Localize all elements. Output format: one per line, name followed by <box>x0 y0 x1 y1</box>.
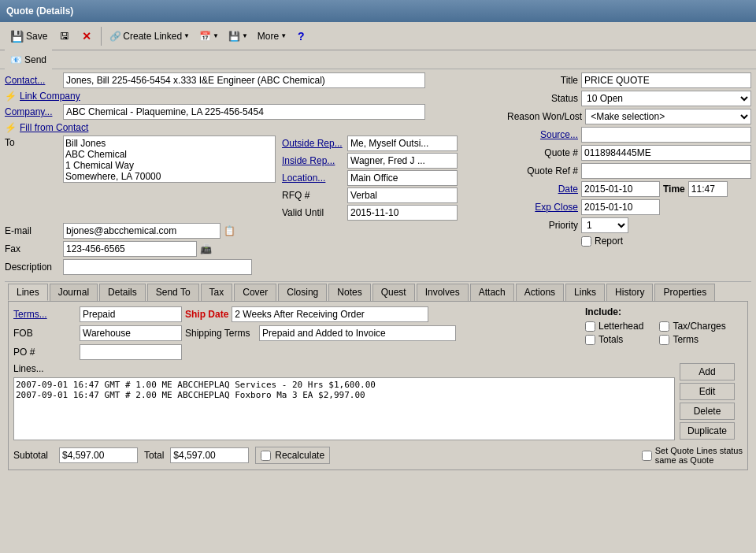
send-button[interactable]: 📧 Send <box>5 49 52 71</box>
total-input[interactable] <box>170 447 249 463</box>
tab-cover[interactable]: Cover <box>234 284 276 301</box>
edit-button[interactable]: Edit <box>680 383 735 400</box>
tab-actions[interactable]: Actions <box>516 284 564 301</box>
valid-until-row: Valid Until <box>282 205 458 221</box>
location-label[interactable]: Location... <box>282 173 345 184</box>
company-label[interactable]: Company... <box>5 106 60 117</box>
delete-button-lines[interactable]: Delete <box>680 403 735 420</box>
fill-contact-label[interactable]: Fill from Contact <box>20 122 88 133</box>
contact-input[interactable] <box>63 72 425 88</box>
window-title: Quote (Details) <box>6 6 73 17</box>
create-linked-button[interactable]: 🔗 Create Linked ▼ <box>106 25 194 47</box>
contact-label[interactable]: Contact... <box>5 75 60 86</box>
priority-select[interactable]: 1 <box>581 217 628 233</box>
tab-tax[interactable]: Tax <box>201 284 233 301</box>
date-input[interactable] <box>581 181 660 197</box>
description-input[interactable] <box>63 259 252 275</box>
title-input[interactable] <box>581 72 751 88</box>
email-input[interactable] <box>63 223 220 239</box>
fill-contact-row: ⚡ Fill from Contact <box>5 122 501 133</box>
fill-icon: ⚡ <box>5 122 17 133</box>
create-linked-arrow: ▼ <box>183 32 190 39</box>
lines-area-label: Lines... <box>13 363 76 374</box>
valid-until-input[interactable] <box>347 205 458 221</box>
tab-send-to[interactable]: Send To <box>147 284 199 301</box>
calendar-icon: 📅 <box>199 31 211 42</box>
exp-close-input[interactable] <box>581 199 660 215</box>
reason-select[interactable]: <Make selection> <box>585 109 751 124</box>
set-status-checkbox[interactable] <box>642 451 652 461</box>
create-linked-label: Create Linked <box>123 31 182 42</box>
company-row: Company... <box>5 104 501 120</box>
outside-rep-label[interactable]: Outside Rep... <box>282 138 345 149</box>
po-input[interactable] <box>80 344 182 360</box>
quote-ref-input[interactable] <box>581 163 751 179</box>
time-input[interactable] <box>688 181 728 197</box>
to-section: To Bill Jones ABC Chemical 1 Chemical Wa… <box>5 135 501 221</box>
rfq-input[interactable] <box>347 187 458 203</box>
inside-rep-input[interactable] <box>347 153 458 169</box>
calendar-button[interactable]: 📅 ▼ <box>195 25 223 47</box>
tab-notes[interactable]: Notes <box>328 284 370 301</box>
terms-include-checkbox[interactable] <box>659 335 669 345</box>
source-input[interactable] <box>581 127 751 143</box>
tax-charges-checkbox[interactable] <box>659 321 669 332</box>
tab-properties[interactable]: Properties <box>654 284 715 301</box>
rfq-row: RFQ # <box>282 187 458 203</box>
link-company-label[interactable]: Link Company <box>20 91 80 102</box>
shipping-terms-input[interactable] <box>259 325 456 341</box>
tab-links[interactable]: Links <box>565 284 605 301</box>
tab-attach[interactable]: Attach <box>470 284 514 301</box>
terms-label[interactable]: Terms... <box>13 309 76 320</box>
tax-charges-label: Tax/Charges <box>673 321 725 332</box>
fob-row: FOB Shipping Terms <box>13 325 579 341</box>
inside-rep-label[interactable]: Inside Rep... <box>282 155 345 166</box>
subtotal-input[interactable] <box>59 447 138 463</box>
quote-num-input[interactable] <box>581 145 751 161</box>
more-button[interactable]: More ▼ <box>254 25 291 47</box>
lines-textarea[interactable]: 2007-09-01 16:47 GMT # 1.00 ME ABCCHEPLA… <box>13 377 675 440</box>
add-button[interactable]: Add <box>680 363 735 380</box>
tab-details[interactable]: Details <box>99 284 146 301</box>
tab-history[interactable]: History <box>606 284 653 301</box>
location-input[interactable] <box>347 170 458 186</box>
source-label[interactable]: Source... <box>507 129 578 140</box>
totals-checkbox[interactable] <box>585 335 595 345</box>
tabs-row: Lines Journal Details Send To Tax Cover … <box>5 282 751 301</box>
fax-input[interactable] <box>63 241 197 257</box>
save-go-icon: 💾 <box>228 31 240 42</box>
source-row: Source... <box>507 127 751 143</box>
save-go-button[interactable]: 💾 ▼ <box>224 25 252 47</box>
duplicate-button[interactable]: Duplicate <box>680 422 735 440</box>
terms-check-row: Terms <box>659 334 725 345</box>
ship-date-input[interactable] <box>232 306 428 322</box>
save-button[interactable]: 💾 Save <box>5 25 53 47</box>
terms-input[interactable] <box>80 306 182 322</box>
report-checkbox[interactable] <box>581 236 591 247</box>
tab-involves[interactable]: Involves <box>417 284 469 301</box>
exp-close-label[interactable]: Exp Close <box>507 202 578 213</box>
tab-closing[interactable]: Closing <box>278 284 327 301</box>
fob-label: FOB <box>13 328 76 339</box>
recalc-checkbox[interactable] <box>261 451 271 461</box>
to-textarea[interactable]: Bill Jones ABC Chemical 1 Chemical Way S… <box>63 135 276 183</box>
status-select[interactable]: 10 Open <box>581 91 751 106</box>
date-label[interactable]: Date <box>507 184 578 195</box>
tab-journal[interactable]: Journal <box>50 284 98 301</box>
company-input[interactable] <box>63 104 425 120</box>
exp-close-row: Exp Close <box>507 199 751 215</box>
tab-lines[interactable]: Lines <box>8 284 48 301</box>
delete-button[interactable]: ✕ <box>76 25 97 47</box>
fax-label: Fax <box>5 243 60 254</box>
help-button[interactable]: ? <box>292 25 310 47</box>
rep-section: Outside Rep... Inside Rep... Location...… <box>282 135 458 221</box>
fob-input[interactable] <box>80 325 182 341</box>
letterhead-checkbox[interactable] <box>585 321 595 332</box>
more-label: More <box>258 31 279 42</box>
tab-quest[interactable]: Quest <box>372 284 415 301</box>
save-icon-button[interactable]: 🖫 <box>54 25 75 47</box>
lines-left: Terms... Ship Date FOB Shipping Terms <box>13 306 579 363</box>
save-go-arrow: ▼ <box>242 32 248 39</box>
recalculate-button[interactable]: Recalculate <box>255 447 330 464</box>
outside-rep-input[interactable] <box>347 135 458 151</box>
